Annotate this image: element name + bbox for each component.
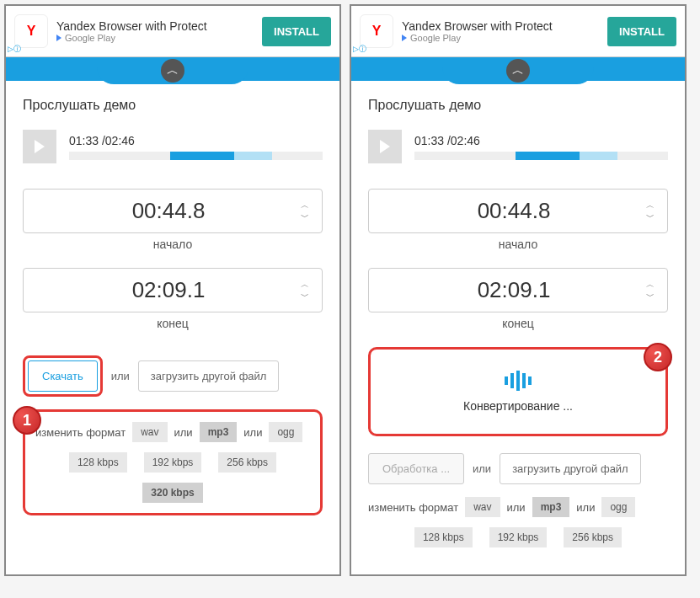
bitrate-128-button[interactable]: 128 kbps [414, 527, 473, 547]
end-stepper[interactable]: ︿﹀ [301, 279, 309, 302]
start-time-input[interactable]: 00:44.8 ︿﹀ [23, 189, 323, 233]
load-other-button[interactable]: загрузить другой файл [138, 360, 280, 392]
bitrate-256-button[interactable]: 256 kbps [218, 452, 276, 473]
start-stepper[interactable]: ︿﹀ [646, 200, 655, 223]
audio-player: 01:33 /02:46 [23, 130, 323, 163]
format-mp3-button[interactable]: mp3 [200, 422, 238, 442]
format-mp3-button[interactable]: mp3 [532, 497, 570, 517]
phone-right: Y Yandex Browser with Protect Google Pla… [350, 4, 687, 576]
play-button[interactable] [368, 130, 402, 163]
badge-2: 2 [644, 343, 672, 371]
converting-text: Конвертирование ... [387, 399, 649, 413]
format-label: изменить формат [368, 501, 458, 514]
bitrate-128-button[interactable]: 128 kbps [69, 452, 127, 473]
start-time-value: 00:44.8 [382, 198, 646, 224]
ad-store: Google Play [56, 33, 254, 43]
end-time-input[interactable]: 02:09.1 ︿﹀ [23, 268, 323, 312]
play-icon [380, 140, 390, 153]
format-ogg-button[interactable]: ogg [601, 497, 635, 517]
bitrate-320-button[interactable]: 320 kbps [142, 483, 202, 503]
bitrate-row-1: 128 kbps 192 kbps 256 kbps [368, 527, 668, 547]
audio-player: 01:33 /02:46 [368, 130, 668, 163]
play-store-icon [56, 35, 61, 41]
format-row: изменить формат wav или mp3 или ogg [35, 422, 310, 442]
start-stepper[interactable]: ︿﹀ [301, 200, 309, 223]
bitrate-192-button[interactable]: 192 kbps [144, 452, 202, 473]
end-time-value: 02:09.1 [382, 277, 646, 303]
equalizer-icon [387, 371, 649, 391]
action-row: Скачать или загрузить другой файл [23, 355, 323, 397]
end-label: конец [23, 317, 323, 330]
format-wav-button[interactable]: wav [465, 497, 500, 517]
bitrate-row-1: 128 kbps 192 kbps 256 kbps [35, 452, 310, 473]
chevron-up-icon[interactable]: ︿ [161, 59, 184, 83]
end-time-input[interactable]: 02:09.1 ︿﹀ [368, 268, 668, 312]
action-row: Обработка ... или загрузить другой файл [368, 453, 668, 484]
badge-1: 1 [13, 406, 41, 435]
player-time: 01:33 /02:46 [69, 134, 323, 147]
end-time-value: 02:09.1 [36, 277, 301, 303]
ad-banner[interactable]: Y Yandex Browser with Protect Google Pla… [6, 6, 339, 57]
converting-box: 2 Конвертирование ... [368, 347, 668, 436]
bitrate-256-button[interactable]: 256 kbps [564, 527, 622, 547]
start-label: начало [368, 238, 668, 251]
play-button[interactable] [23, 130, 56, 163]
phone-left: Y Yandex Browser with Protect Google Pla… [4, 4, 341, 576]
yandex-logo-icon: Y [360, 14, 393, 48]
ad-info-icon[interactable]: ▷ⓘ [353, 44, 366, 55]
or-text: или [473, 462, 491, 475]
install-button[interactable]: INSTALL [262, 17, 331, 46]
ad-title: Yandex Browser with Protect [402, 19, 599, 33]
progress-bar[interactable] [69, 152, 323, 160]
play-icon [35, 140, 45, 153]
bitrate-row-2: 320 kbps [35, 483, 310, 503]
ad-store: Google Play [402, 33, 599, 43]
install-button[interactable]: INSTALL [607, 17, 676, 46]
start-time-value: 00:44.8 [36, 198, 301, 224]
format-ogg-button[interactable]: ogg [269, 422, 302, 442]
chevron-up-icon[interactable]: ︿ [506, 59, 530, 83]
end-stepper[interactable]: ︿﹀ [646, 279, 655, 302]
ad-info-icon[interactable]: ▷ⓘ [8, 44, 21, 55]
yandex-logo-icon: Y [14, 14, 48, 48]
load-other-button[interactable]: загрузить другой файл [500, 453, 641, 484]
download-highlight: Скачать [23, 355, 103, 397]
demo-title: Прослушать демо [23, 98, 323, 113]
format-highlight-box: изменить формат wav или mp3 или ogg 128 … [23, 409, 323, 515]
play-store-icon [402, 35, 407, 41]
processing-button: Обработка ... [368, 453, 464, 484]
ad-banner[interactable]: Y Yandex Browser with Protect Google Pla… [351, 6, 685, 57]
or-text: или [111, 370, 130, 382]
start-time-input[interactable]: 00:44.8 ︿﹀ [368, 189, 668, 233]
format-row: изменить формат wav или mp3 или ogg [368, 497, 668, 517]
progress-bar[interactable] [414, 152, 668, 160]
bitrate-192-button[interactable]: 192 kbps [489, 527, 548, 547]
format-wav-button[interactable]: wav [132, 422, 167, 442]
start-label: начало [23, 238, 323, 251]
end-label: конец [368, 317, 668, 330]
format-label: изменить формат [35, 426, 126, 439]
ad-title: Yandex Browser with Protect [56, 19, 254, 33]
download-button[interactable]: Скачать [28, 360, 98, 392]
player-time: 01:33 /02:46 [414, 134, 668, 147]
demo-title: Прослушать демо [368, 98, 668, 113]
nav-bar: ︿ [351, 57, 685, 81]
nav-bar: ︿ [6, 57, 339, 81]
